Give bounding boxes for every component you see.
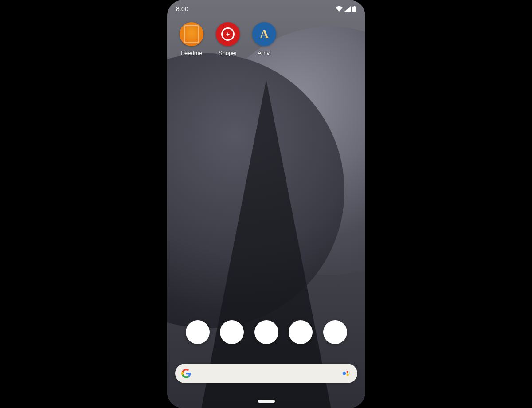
app-shoper-icon [216,22,240,46]
wifi-icon [336,6,343,12]
dock-slot[interactable] [220,320,244,344]
status-time: 8:00 [176,5,188,12]
app-feedme[interactable]: Feedme [173,22,210,56]
svg-point-5 [349,373,350,374]
dock-slot[interactable] [323,320,347,344]
assistant-icon[interactable] [341,369,351,378]
app-label: Feedme [181,50,202,56]
svg-point-2 [343,372,346,375]
app-arrivl-icon: A [252,22,276,46]
app-label: Shoper [219,50,237,56]
app-label: Arrivl [258,50,271,56]
cellular-icon [344,6,351,12]
home-gesture-pill[interactable] [258,400,275,403]
wallpaper [167,0,365,408]
search-input[interactable] [191,364,341,383]
phone-frame: 8:00 Feedme Shoper [167,0,365,408]
status-bar: 8:00 [167,4,365,14]
svg-rect-1 [354,6,355,7]
home-app-grid: Feedme Shoper A Arrivl [167,22,365,56]
svg-rect-0 [352,7,356,12]
google-search-bar[interactable] [175,364,357,383]
app-arrivl[interactable]: A Arrivl [246,22,282,56]
dock-slot[interactable] [186,320,210,344]
svg-point-3 [347,371,348,373]
app-shoper[interactable]: Shoper [210,22,246,56]
dock [167,319,365,345]
app-feedme-icon [180,22,203,46]
battery-icon [352,6,356,12]
svg-point-4 [347,373,349,376]
dock-slot[interactable] [254,320,278,344]
dock-slot[interactable] [289,320,313,344]
google-icon [181,369,191,378]
